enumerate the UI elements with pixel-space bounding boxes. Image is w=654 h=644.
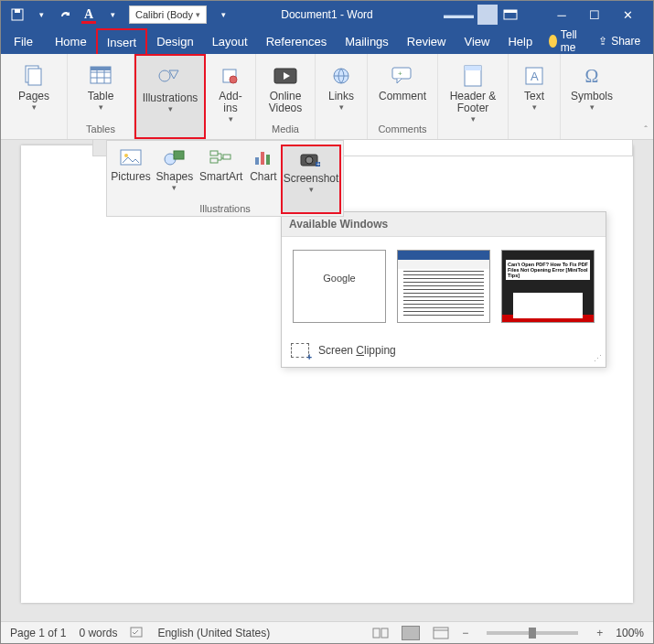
avatar-icon — [477, 5, 498, 25]
status-bar: Page 1 of 1 0 words English (United Stat… — [1, 621, 653, 643]
pages-icon — [19, 63, 48, 89]
svg-rect-28 — [210, 158, 218, 163]
svg-rect-29 — [223, 155, 231, 159]
group-addins: Add- ins▾ — [206, 54, 256, 139]
table-button[interactable]: Table▾ — [73, 59, 128, 116]
read-mode-icon[interactable] — [372, 627, 389, 639]
quick-access-toolbar: ▾ A ▾ Calibri (Body ▾ — [1, 5, 231, 24]
illustrations-button[interactable]: Illustrations▾ — [137, 61, 203, 118]
group-label-tables: Tables — [86, 122, 115, 137]
svg-rect-39 — [381, 628, 388, 638]
qat-font-dropdown-icon[interactable]: ▾ — [105, 7, 120, 22]
qat-customize-icon[interactable]: ▾ — [216, 7, 231, 22]
bulb-icon — [549, 35, 557, 48]
svg-rect-3 — [504, 10, 517, 13]
addins-icon — [216, 63, 245, 89]
online-videos-button[interactable]: Online Videos — [262, 59, 309, 118]
links-icon — [327, 63, 356, 89]
window-controls: ─ ☐ ✕ — [545, 1, 644, 28]
minimize-button[interactable]: ─ — [545, 1, 578, 28]
screen-clipping-icon — [291, 343, 309, 358]
window-thumbnail-3[interactable] — [501, 250, 595, 323]
screen-clipping-item[interactable]: Screen Clipping — [282, 338, 606, 367]
svg-rect-32 — [266, 155, 270, 165]
web-layout-icon[interactable] — [433, 627, 449, 639]
zoom-handle[interactable] — [529, 628, 536, 639]
svg-text:A: A — [531, 70, 539, 83]
group-text: A Text▾ — [509, 54, 561, 139]
window-thumbnail-1[interactable] — [293, 250, 386, 323]
user-name: ▬▬▬ — [444, 9, 474, 20]
svg-rect-40 — [434, 628, 448, 639]
page-count[interactable]: Page 1 of 1 — [10, 627, 66, 639]
close-button[interactable]: ✕ — [611, 1, 644, 28]
tab-share[interactable]: ⇪Share — [591, 35, 648, 48]
group-label-comments: Comments — [378, 122, 426, 137]
symbols-icon: Ω — [577, 63, 606, 89]
spellcheck-icon[interactable] — [130, 627, 145, 639]
language-status[interactable]: English (United States) — [157, 627, 270, 639]
svg-text:+: + — [398, 70, 402, 78]
svg-rect-27 — [210, 151, 218, 156]
available-windows-list — [282, 237, 606, 338]
tab-mailings[interactable]: Mailings — [336, 28, 398, 54]
zoom-level[interactable]: 100% — [616, 627, 644, 639]
links-button[interactable]: Links▾ — [321, 59, 361, 116]
addins-button[interactable]: Add- ins▾ — [211, 59, 250, 128]
tab-references[interactable]: References — [257, 28, 336, 54]
screenshot-panel: Available Windows Screen Clipping ⋰ — [281, 211, 606, 368]
tab-design[interactable]: Design — [147, 28, 202, 54]
illustrations-gallery: Pictures Shapes▾ SmartArt Chart + Screen… — [106, 140, 344, 217]
illustrations-icon — [155, 65, 185, 91]
group-media: Online Videos Media — [256, 54, 316, 139]
window-title: Document1 - Word — [281, 8, 372, 21]
tab-help[interactable]: Help — [499, 28, 541, 54]
group-tables: Table▾ Tables — [68, 54, 134, 139]
pages-button[interactable]: Pages▾ — [6, 59, 61, 116]
font-selector[interactable]: Calibri (Body — [129, 5, 207, 24]
comment-button[interactable]: + Comment — [373, 59, 432, 106]
svg-rect-1 — [15, 9, 20, 13]
screenshot-icon: + — [297, 148, 325, 172]
tab-insert[interactable]: Insert — [96, 28, 148, 54]
svg-rect-26 — [174, 151, 184, 159]
symbols-button[interactable]: Ω Symbols▾ — [566, 59, 617, 116]
svg-rect-11 — [91, 67, 111, 70]
resize-grip-icon[interactable]: ⋰ — [594, 354, 602, 363]
ribbon-display-options[interactable] — [503, 8, 520, 21]
tab-view[interactable]: View — [455, 28, 499, 54]
svg-rect-5 — [28, 69, 41, 85]
group-comments: + Comment Comments — [368, 54, 438, 139]
save-icon[interactable] — [10, 7, 25, 22]
qat-dropdown-icon[interactable]: ▾ — [34, 7, 48, 22]
maximize-button[interactable]: ☐ — [578, 1, 611, 28]
ribbon-tabs: File Home Insert Design Layout Reference… — [1, 28, 653, 54]
word-count[interactable]: 0 words — [79, 627, 117, 639]
group-links: Links▾ — [316, 54, 368, 139]
tab-file[interactable]: File — [1, 28, 46, 54]
header-footer-button[interactable]: Header & Footer▾ — [444, 59, 502, 128]
comment-icon: + — [388, 63, 417, 89]
print-layout-view-button[interactable] — [402, 626, 420, 640]
tab-review[interactable]: Review — [398, 28, 456, 54]
window-thumbnail-2[interactable] — [397, 250, 490, 323]
user-account[interactable]: ▬▬▬ — [444, 5, 498, 25]
smartart-icon — [208, 146, 235, 170]
zoom-in-button[interactable]: + — [596, 627, 603, 639]
svg-rect-31 — [261, 152, 264, 165]
svg-point-12 — [159, 70, 170, 81]
svg-point-14 — [230, 76, 237, 83]
svg-rect-23 — [121, 150, 141, 165]
tab-layout[interactable]: Layout — [203, 28, 257, 54]
tab-home[interactable]: Home — [46, 28, 96, 54]
text-button[interactable]: A Text▾ — [514, 59, 554, 116]
redo-icon[interactable] — [58, 7, 72, 22]
ribbon: Pages▾ Table▾ Tables Illustrations▾ Add-… — [1, 54, 653, 140]
tab-tellme[interactable]: Tell me — [541, 28, 589, 54]
svg-rect-20 — [465, 66, 481, 70]
zoom-slider[interactable] — [487, 631, 578, 635]
zoom-out-button[interactable]: − — [462, 627, 468, 639]
font-color-icon[interactable]: A — [81, 7, 96, 22]
collapse-ribbon-icon[interactable]: ˆ — [644, 124, 648, 135]
group-illustrations: Illustrations▾ — [134, 54, 206, 139]
